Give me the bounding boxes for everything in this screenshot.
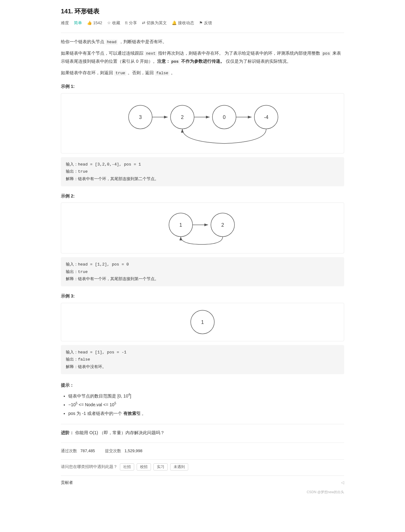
description-1: 给你一个链表的头节点 head ，判断链表中是否有环。 [61, 38, 344, 46]
hints-list: 链表中节点的数目范围是 [0, 104] −105 <= Node.val <=… [61, 392, 344, 418]
example-1: 示例 1: 3 2 0 [61, 83, 344, 186]
example3-code: 输入：head = [1], pos = -1 输出：false 解释：链表中没… [61, 345, 344, 374]
example2-code: 输入：head = [1,2], pos = 0 输出：true 解释：链表中有… [61, 257, 344, 286]
example-3: 示例 3: 1 输入：head = [1], pos = -1 输出：false… [61, 293, 344, 374]
share-button[interactable]: ⎘ 分享 [125, 20, 137, 26]
tag-xiaozao[interactable]: 校招 [137, 463, 151, 471]
example2-diagram: 1 2 [61, 202, 344, 253]
stats-section: 通过次数 787,485 提交次数 1,529,998 [61, 443, 344, 454]
recruitment-section: 请问您在哪类招聘中遇到此题？ 社招 校招 实习 未遇到 [61, 459, 344, 471]
svg-text:2: 2 [181, 114, 184, 120]
share-label: 分享 [129, 20, 137, 26]
divider [61, 33, 344, 33]
meta-bar: 难度 简单 👍 1542 ☆ 收藏 ⎘ 分享 ⇄ 切换为英文 🔔 接收动态 ⚑ … [61, 20, 344, 26]
description-3: 如果链表中存在环，则返回 true 。否则，返回 false 。 [61, 69, 344, 77]
example2-explain: 解释：链表中有一个环，其尾部连接到第一个节点。 [66, 275, 339, 283]
difficulty-label: 难度 [61, 20, 69, 26]
switch-lang-label: 切换为英文 [147, 20, 167, 26]
subscribe-button[interactable]: 🔔 接收动态 [172, 20, 194, 26]
hint-1: 链表中节点的数目范围是 [0, 104] [68, 392, 344, 400]
tag-shixi[interactable]: 实习 [153, 463, 168, 471]
advanced-title: 进阶： [61, 430, 74, 435]
contributors-section: 贡献者 ◁ [61, 475, 344, 486]
likes-count: 1542 [93, 20, 102, 26]
svg-text:3: 3 [139, 114, 142, 120]
hint-3: pos 为 -1 或者链表中的一个 有效索引 。 [68, 409, 344, 418]
share-icon: ⎘ [125, 20, 128, 26]
svg-text:2: 2 [221, 222, 224, 228]
footer-watermark: CSDN @梦想new的出头 [61, 489, 344, 495]
pass-value: 787,485 [80, 448, 95, 453]
example3-output: 输出：false [66, 356, 339, 363]
collect-button[interactable]: ☆ 收藏 [107, 20, 120, 26]
submit-value: 1,529,998 [125, 448, 143, 453]
contribute-icon: ◁ [341, 480, 344, 486]
example2-input: 输入：head = [1,2], pos = 0 [66, 261, 339, 268]
subscribe-label: 接收动态 [178, 20, 194, 26]
recruitment-question: 请问您在哪类招聘中遇到此题？ [61, 464, 117, 470]
example1-diagram: 3 2 0 -4 [61, 93, 344, 153]
feedback-label: 反馈 [204, 20, 212, 26]
example1-input: 输入：head = [3,2,0,-4], pos = 1 [66, 161, 339, 168]
feedback-button[interactable]: ⚑ 反馈 [199, 20, 212, 26]
hint-2: −105 <= Node.val <= 105 [68, 400, 344, 409]
tag-not-encountered[interactable]: 未遇到 [170, 463, 188, 471]
contributors-label: 贡献者 [61, 480, 73, 486]
stat-submit: 提交次数 1,529,998 [105, 448, 143, 454]
collect-label: 收藏 [112, 20, 120, 26]
feedback-icon: ⚑ [199, 20, 203, 26]
example1-title: 示例 1: [61, 83, 344, 90]
svg-text:1: 1 [201, 319, 204, 325]
tag-shezao[interactable]: 社招 [120, 463, 134, 471]
svg-text:-4: -4 [264, 114, 268, 120]
watermark-text: CSDN @梦想new的出头 [307, 490, 344, 494]
example1-output: 输出：true [66, 168, 339, 175]
example2-output: 输出：true [66, 268, 339, 275]
difficulty-value: 简单 [74, 20, 82, 26]
description-2: 如果链表中有某个节点，可以通过连续跟踪 next 指针再次到达，则链表中存在环。… [61, 49, 344, 65]
svg-text:1: 1 [180, 222, 182, 228]
bell-icon: 🔔 [172, 20, 177, 26]
example2-title: 示例 2: [61, 193, 344, 199]
svg-text:0: 0 [223, 114, 226, 120]
advanced-section: 进阶： 你能用 O(1) （即，常量）内存解决此问题吗？ [61, 424, 344, 436]
page-container: 141. 环形链表 难度 简单 👍 1542 ☆ 收藏 ⎘ 分享 ⇄ 切换为英文… [53, 0, 352, 507]
example1-code: 输入：head = [3,2,0,-4], pos = 1 输出：true 解释… [61, 157, 344, 186]
example3-input: 输入：head = [1], pos = -1 [66, 349, 339, 356]
hints-section: 提示： 链表中节点的数目范围是 [0, 104] −105 <= Node.va… [61, 382, 344, 418]
thumb-up-icon: 👍 [87, 20, 92, 26]
example-2: 示例 2: 1 2 输入：head [61, 193, 344, 287]
likes-button[interactable]: 👍 1542 [87, 20, 102, 26]
switch-lang-button[interactable]: ⇄ 切换为英文 [142, 20, 167, 26]
hints-title: 提示： [61, 382, 344, 389]
example3-diagram: 1 [61, 303, 344, 341]
example3-explain: 解释：链表中没有环。 [66, 363, 339, 371]
example3-title: 示例 3: [61, 293, 344, 299]
example1-explain: 解释：链表中有一个环，其尾部连接到第二个节点。 [66, 175, 339, 183]
submit-label: 提交次数 [105, 448, 121, 453]
pass-label: 通过次数 [61, 448, 77, 453]
stat-pass: 通过次数 787,485 [61, 448, 95, 454]
star-icon: ☆ [107, 20, 111, 26]
problem-title: 141. 环形链表 [61, 6, 344, 16]
translate-icon: ⇄ [142, 20, 145, 26]
